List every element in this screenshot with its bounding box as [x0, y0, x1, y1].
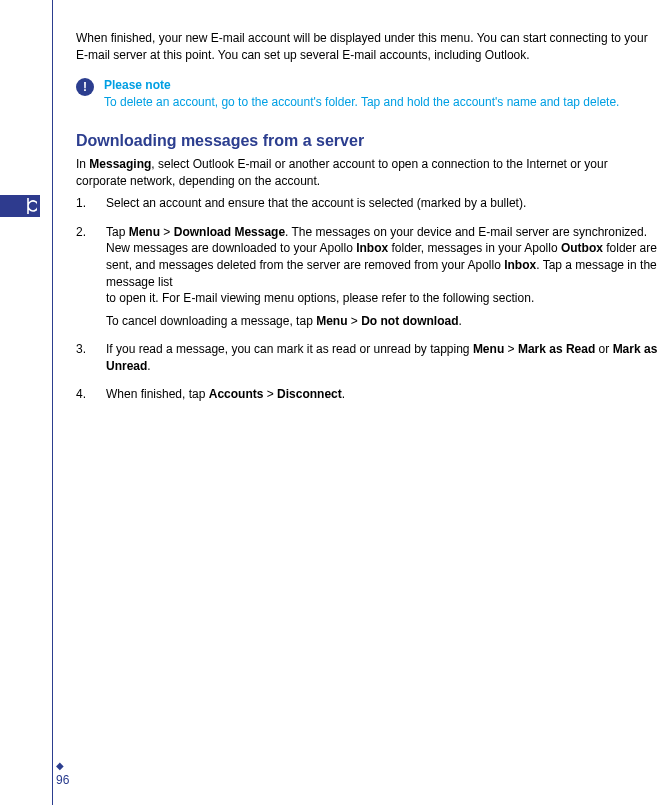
step-text: When finished, tap Accounts > Disconnect…	[106, 386, 660, 409]
t: If you read a message, you can mark it a…	[106, 342, 473, 356]
step-3: 3. If you read a message, you can mark i…	[76, 341, 660, 380]
lead-pre: In	[76, 157, 89, 171]
t: To cancel downloading a message, tap	[106, 314, 316, 328]
section-heading: Downloading messages from a server	[76, 130, 660, 152]
note-block: ! Please note To delete an account, go t…	[76, 77, 660, 110]
bold-inbox: Inbox	[356, 241, 388, 255]
t: or	[595, 342, 612, 356]
note-title: Please note	[104, 78, 171, 92]
step-number: 3.	[76, 341, 94, 380]
page-footer: ◆ 96	[56, 758, 69, 787]
lead-bold-messaging: Messaging	[89, 157, 151, 171]
step-text: If you read a message, you can mark it a…	[106, 341, 660, 380]
page-number: 96	[56, 773, 69, 787]
chapter-side-tab	[0, 195, 40, 217]
note-text: Please note To delete an account, go to …	[104, 77, 619, 110]
note-body: To delete an account, go to the account'…	[104, 95, 619, 109]
step-2: 2. Tap Menu > Download Message. The mess…	[76, 224, 660, 335]
bold-outbox: Outbox	[561, 241, 603, 255]
t: .	[342, 387, 345, 401]
bold-menu: Menu	[316, 314, 347, 328]
step-number: 4.	[76, 386, 94, 409]
bold-disconnect: Disconnect	[277, 387, 342, 401]
bold-menu: Menu	[473, 342, 504, 356]
lead-paragraph: In Messaging, select Outlook E-mail or a…	[76, 156, 660, 189]
bold-download-message: Download Message	[174, 225, 285, 239]
lead-post: , select Outlook E-mail or another accou…	[76, 157, 608, 188]
step-1: 1. Select an account and ensure that the…	[76, 195, 660, 218]
sep: >	[160, 225, 174, 239]
t: to open it. For E-mail viewing menu opti…	[106, 291, 534, 305]
bold-do-not-download: Do not download	[361, 314, 458, 328]
bold-menu: Menu	[129, 225, 160, 239]
sep: >	[347, 314, 361, 328]
step-1-text: Select an account and ensure that the ac…	[106, 196, 526, 210]
sep: >	[504, 342, 518, 356]
step-4: 4. When finished, tap Accounts > Disconn…	[76, 386, 660, 409]
bold-inbox: Inbox	[504, 258, 536, 272]
footer-diamond-icon: ◆	[56, 760, 64, 771]
t: .	[147, 359, 150, 373]
page-content: When finished, your new E-mail account w…	[76, 30, 660, 415]
intro-paragraph: When finished, your new E-mail account w…	[76, 30, 660, 63]
t: When finished, tap	[106, 387, 209, 401]
t: folder, messages in your Apollo	[388, 241, 561, 255]
t: Tap	[106, 225, 129, 239]
step-text: Select an account and ensure that the ac…	[106, 195, 660, 218]
steps-list: 1. Select an account and ensure that the…	[76, 195, 660, 408]
note-icon: !	[76, 78, 94, 96]
bold-accounts: Accounts	[209, 387, 264, 401]
step-number: 2.	[76, 224, 94, 335]
t: .	[458, 314, 461, 328]
step-text: Tap Menu > Download Message. The message…	[106, 224, 660, 335]
sep: >	[263, 387, 277, 401]
step-number: 1.	[76, 195, 94, 218]
bold-mark-as-read: Mark as Read	[518, 342, 595, 356]
vertical-rule	[52, 0, 53, 805]
